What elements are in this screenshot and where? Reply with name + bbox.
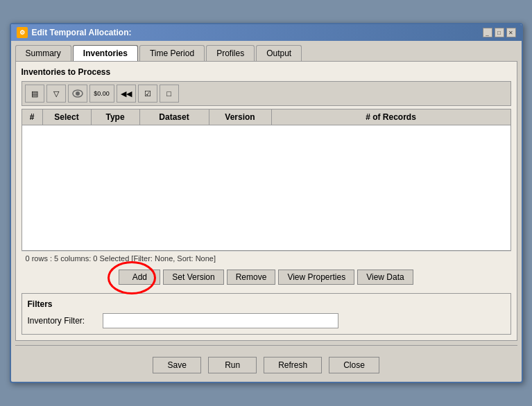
status-bar: 0 rows : 5 columns: 0 Selected [Filter: … — [22, 251, 511, 265]
minimize-button[interactable]: _ — [483, 28, 492, 37]
svg-point-1 — [76, 91, 80, 96]
tab-bar: Summary Inventories Time Period Profiles… — [15, 45, 517, 61]
col-hash: # — [22, 109, 43, 125]
main-window: ⚙ Edit Temporal Allocation: _ □ ✕ Summar… — [10, 23, 523, 383]
back-icon[interactable]: ◀◀ — [117, 85, 136, 103]
app-icon: ⚙ — [17, 27, 28, 38]
remove-button[interactable]: Remove — [227, 270, 276, 285]
box-icon[interactable]: □ — [160, 85, 179, 103]
tab-profiles[interactable]: Profiles — [206, 45, 255, 61]
inventory-filter-label: Inventory Filter: — [28, 316, 97, 326]
add-button[interactable]: Add — [119, 270, 160, 285]
filters-title: Filters — [28, 299, 505, 309]
col-version: Version — [209, 109, 272, 125]
close-window-button[interactable]: ✕ — [506, 28, 516, 37]
title-bar-left: ⚙ Edit Temporal Allocation: — [17, 27, 132, 38]
filters-section: Filters Inventory Filter: — [22, 293, 511, 335]
tab-inventories[interactable]: Inventories — [73, 45, 138, 61]
col-select: Select — [43, 109, 92, 125]
inventories-table: # Select Type Dataset Version # of Recor… — [22, 109, 511, 251]
divider — [15, 345, 517, 346]
filter-icon[interactable]: ▽ — [46, 85, 66, 103]
window-content: Summary Inventories Time Period Profiles… — [11, 41, 522, 382]
bottom-buttons: Save Run Refresh Close — [15, 350, 517, 378]
col-records: # of Records — [272, 109, 510, 125]
columns-icon[interactable]: ▤ — [25, 85, 44, 103]
table-header: # Select Type Dataset Version # of Recor… — [22, 109, 510, 125]
save-button[interactable]: Save — [153, 357, 201, 373]
refresh-button[interactable]: Refresh — [264, 357, 322, 373]
filter-row: Inventory Filter: — [28, 313, 505, 328]
window-title: Edit Temporal Allocation: — [32, 28, 132, 37]
view-properties-button[interactable]: View Properties — [278, 270, 354, 285]
tab-summary[interactable]: Summary — [15, 45, 71, 61]
col-type: Type — [92, 109, 140, 125]
section-title: Inventories to Process — [22, 67, 511, 77]
toolbar: ▤ ▽ $0.00 ◀◀ ☑ □ — [22, 81, 511, 106]
view-icon[interactable] — [68, 85, 87, 103]
check-icon[interactable]: ☑ — [138, 85, 157, 103]
main-panel: Inventories to Process ▤ ▽ $0.00 ◀◀ ☑ □ — [15, 61, 517, 341]
run-button[interactable]: Run — [208, 357, 257, 373]
inventory-filter-input[interactable] — [103, 313, 338, 328]
close-button[interactable]: Close — [329, 357, 379, 373]
table-body — [22, 125, 510, 250]
col-dataset: Dataset — [140, 109, 209, 125]
add-button-wrapper: Add — [119, 270, 160, 285]
title-controls: _ □ ✕ — [483, 28, 516, 37]
restore-button[interactable]: □ — [495, 28, 504, 37]
title-bar: ⚙ Edit Temporal Allocation: _ □ ✕ — [11, 24, 522, 41]
tab-output[interactable]: Output — [256, 45, 302, 61]
set-version-button[interactable]: Set Version — [163, 270, 223, 285]
dollar-icon[interactable]: $0.00 — [89, 85, 114, 103]
view-data-button[interactable]: View Data — [357, 270, 413, 285]
action-buttons: Add Set Version Remove View Properties V… — [22, 265, 511, 289]
tab-time-period[interactable]: Time Period — [139, 45, 205, 61]
